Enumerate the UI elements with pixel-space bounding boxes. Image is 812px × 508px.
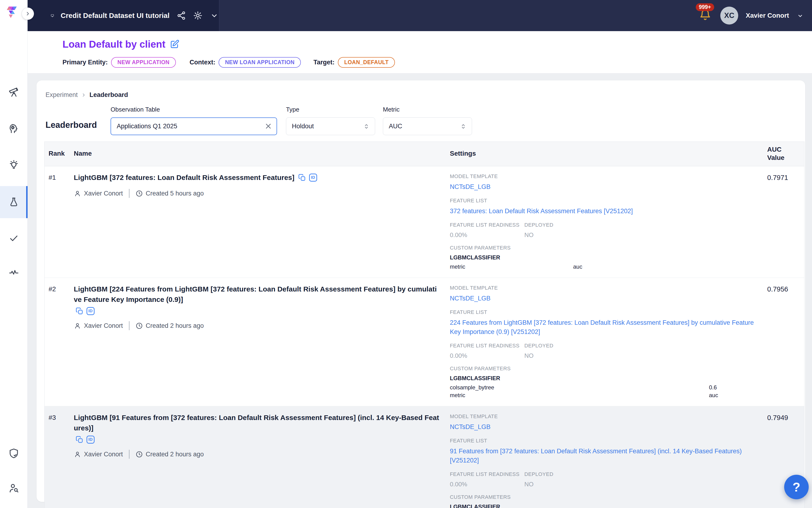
model-name[interactable]: LightGBM [91 Features from [372 features… (74, 413, 441, 433)
sidebar-item-experiment[interactable] (0, 186, 28, 218)
feature-list-label: FEATURE LIST (450, 438, 757, 444)
type-select[interactable]: Holdout (286, 118, 375, 135)
param-key: metric (450, 263, 573, 270)
user-search-icon (8, 483, 19, 494)
model-template-link[interactable]: NCTsDE_LGB (450, 182, 491, 192)
flask-icon (8, 197, 19, 208)
gear-icon (193, 11, 202, 20)
share-button[interactable] (177, 11, 186, 20)
readiness-value: 0.00% (450, 352, 524, 359)
custom-parameters-label: CUSTOM PARAMETERS (450, 366, 757, 372)
sidebar-item-modeling[interactable] (0, 113, 28, 144)
model-byline: Xavier Conort Created 2 hours ago (74, 450, 441, 459)
shield-check-icon (8, 448, 19, 459)
owner-name: Xavier Conort (84, 190, 123, 197)
breadcrumb: Experiment Leaderboard (46, 91, 128, 98)
head-gear-icon (8, 123, 19, 134)
feature-list-label: FEATURE LIST (450, 198, 757, 204)
model-name[interactable]: LightGBM [372 features: Loan Default Ris… (74, 172, 295, 183)
featurebyte-logo[interactable] (6, 5, 19, 20)
param-key: colsample_bytree (450, 383, 709, 391)
table-row[interactable]: #2 LightGBM [224 Features from LightGBM … (45, 278, 804, 406)
help-button[interactable]: ? (784, 475, 809, 499)
owner-name: Xavier Conort (84, 451, 123, 458)
person-icon (74, 451, 81, 458)
table-row[interactable]: #1 LightGBM [372 features: Loan Default … (45, 166, 804, 278)
sidebar-item-ideas[interactable] (0, 149, 28, 181)
spinner-arrows-icon (459, 123, 467, 130)
model-template-label: MODEL TEMPLATE (450, 285, 757, 291)
rank-cell: #3 (49, 406, 74, 508)
leaderboard-table: Rank Name Settings AUC Value #1 LightGBM… (44, 141, 805, 508)
copy-icon (76, 307, 83, 315)
copy-name-button[interactable] (298, 174, 306, 181)
telescope-icon (8, 87, 19, 98)
copy-name-button[interactable] (76, 436, 83, 443)
owner-name: Xavier Conort (84, 322, 123, 330)
readiness-value: 0.00% (450, 231, 524, 239)
sidebar-expand-button[interactable] (22, 7, 34, 20)
auc-value: 0.7971 (766, 166, 804, 278)
copy-icon (76, 436, 83, 443)
model-byline: Xavier Conort Created 5 hours ago (74, 189, 441, 198)
copy-id-button[interactable]: ID (87, 307, 95, 315)
chevron-right-icon (25, 11, 31, 16)
feature-list-link[interactable]: 372 features: Loan Default Risk Assessme… (450, 207, 633, 216)
param-value: auc (709, 391, 757, 399)
sidebar-item-approvals[interactable] (0, 222, 28, 254)
table-row[interactable]: #3 LightGBM [91 Features from [372 featu… (45, 406, 804, 508)
observation-table-input[interactable] (110, 118, 277, 135)
feature-list-link[interactable]: 91 Features from [372 features: Loan Def… (450, 447, 757, 465)
feature-list-label: FEATURE LIST (450, 309, 757, 315)
feature-list-link[interactable]: 224 Features from LightGBM [372 features… (450, 318, 757, 337)
avatar[interactable]: XC (720, 7, 738, 25)
param-value: auc (573, 263, 757, 270)
settings-cell: MODEL TEMPLATE NCTsDE_LGB FEATURE LIST 3… (450, 166, 766, 278)
copy-name-button[interactable] (76, 307, 83, 315)
primary-entity-label: Primary Entity: (62, 59, 108, 66)
observation-table-label: Observation Table (110, 106, 160, 113)
table-header: Rank Name Settings AUC Value (45, 142, 804, 166)
context-pill[interactable]: NEW LOAN APPLICATION (219, 57, 301, 68)
model-template-link[interactable]: NCTsDE_LGB (450, 422, 491, 432)
project-header: Credit Default Dataset UI tutorial (28, 0, 219, 31)
deployed-value: NO (524, 352, 757, 359)
classifier-name: LGBMCLASSIFIER (450, 254, 757, 261)
user-menu-button[interactable] (797, 12, 804, 19)
custom-parameters-label: CUSTOM PARAMETERS (450, 245, 757, 251)
clear-observation-button[interactable] (264, 122, 272, 130)
project-title: Credit Default Dataset UI tutorial (60, 11, 170, 19)
copy-id-button[interactable]: ID (87, 436, 95, 443)
page-title: Loan Default by client (62, 39, 165, 50)
breadcrumb-experiment[interactable]: Experiment (46, 91, 78, 98)
edit-pencil-icon (170, 39, 179, 49)
model-byline: Xavier Conort Created 2 hours ago (74, 321, 441, 330)
copy-id-button[interactable]: ID (309, 174, 317, 182)
model-template-link[interactable]: NCTsDE_LGB (450, 294, 491, 303)
readiness-label: FEATURE LIST READINESS (450, 343, 524, 349)
model-template-label: MODEL TEMPLATE (450, 173, 757, 179)
deployed-label: DEPLOYED (524, 471, 757, 477)
primary-entity-pill[interactable]: NEW APPLICATION (111, 57, 176, 68)
project-settings-button[interactable] (193, 11, 202, 20)
model-name[interactable]: LightGBM [224 Features from LightGBM [37… (74, 284, 441, 305)
header-settings: Settings (450, 142, 766, 166)
notification-badge[interactable]: 999+ (696, 3, 714, 11)
person-icon (74, 190, 81, 197)
project-menu-button[interactable] (210, 11, 219, 20)
sidebar-item-monitoring[interactable] (0, 256, 28, 288)
metric-select[interactable]: AUC (383, 118, 472, 135)
top-navbar: Credit Default Dataset UI tutorial 999+ … (28, 0, 812, 31)
check-icon (8, 232, 19, 244)
param-key: metric (450, 391, 709, 399)
user-name[interactable]: Xavier Conort (746, 12, 789, 19)
sidebar-item-explore[interactable] (0, 76, 28, 108)
sidebar-item-governance[interactable] (0, 437, 28, 469)
target-pill[interactable]: LOAN_DEFAULT (338, 57, 395, 68)
sidebar-item-user-admin[interactable] (0, 472, 28, 504)
type-select-value: Holdout (292, 123, 363, 130)
name-cell: LightGBM [372 features: Loan Default Ris… (74, 166, 450, 278)
deployed-label: DEPLOYED (524, 343, 757, 349)
readiness-label: FEATURE LIST READINESS (450, 471, 524, 477)
edit-title-button[interactable] (170, 39, 179, 49)
